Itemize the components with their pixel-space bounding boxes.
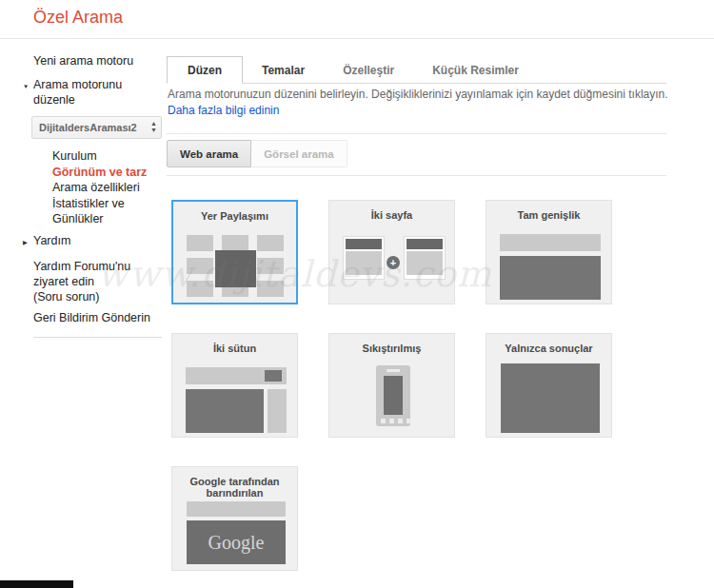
- section-divider: [167, 133, 666, 134]
- spinner-down-icon: ▼: [150, 127, 157, 133]
- sidebar-subnav: Kurulum Görünüm ve tarz Arama özellikler…: [52, 148, 166, 227]
- sidebar-item-search-features[interactable]: Arama özellikleri: [52, 180, 159, 196]
- bottom-artifact-bar: [0, 580, 73, 588]
- layout-thumbnail-compact: [329, 334, 454, 437]
- learn-more-link[interactable]: Daha fazla bilgi edinin: [168, 104, 279, 117]
- layout-thumbnail-results-only: [486, 334, 611, 437]
- page-title: Özel Arama: [33, 8, 123, 28]
- sidebar-item-label: Arama motorunu düzenle: [33, 77, 166, 108]
- sidebar-item-setup[interactable]: Kurulum: [52, 148, 159, 165]
- layout-option-results-only[interactable]: Yalnızca sonuçlar: [486, 333, 612, 438]
- tab-thumbnails[interactable]: Küçük Resimler: [413, 58, 538, 83]
- select-arrows-icon: ▲ ▼: [150, 120, 157, 133]
- layout-option-overlay[interactable]: Yer Paylaşımı: [171, 200, 298, 304]
- sidebar-item-statistics-logs[interactable]: İstatistikler ve Günlükler: [52, 196, 159, 227]
- image-search-toggle-button[interactable]: Görsel arama: [251, 140, 347, 167]
- add-icon: +: [387, 256, 400, 269]
- overlay-result-block: [215, 250, 256, 287]
- help-forum-note: (Soru sorun): [33, 289, 166, 304]
- google-logo: Google: [208, 532, 265, 554]
- web-search-toggle-button[interactable]: Web arama: [167, 140, 251, 167]
- layout-option-compact[interactable]: Sıkıştırılmış: [328, 333, 455, 438]
- engine-select[interactable]: DijitaldersAraması2 ▲ ▼: [31, 116, 162, 139]
- spinner-up-icon: ▲: [150, 120, 157, 127]
- header-divider: [0, 38, 714, 39]
- sidebar-item-help-forum[interactable]: Yardım Forumu'nu ziyaret edin (Soru soru…: [33, 259, 166, 304]
- layout-option-two-page[interactable]: İki sayfa +: [328, 200, 455, 304]
- sidebar-item-help[interactable]: ▶ Yardım: [21, 233, 166, 250]
- chevron-right-icon: ▶: [23, 235, 31, 247]
- layout-thumbnail-overlay: [173, 202, 296, 303]
- layout-option-full-width[interactable]: Tam genişlik: [486, 200, 612, 304]
- layout-thumbnail-two-page: +: [329, 201, 454, 304]
- layout-thumbnail-google-hosted: Google: [172, 467, 297, 570]
- help-forum-label: Yardım Forumu'nu ziyaret edin: [33, 259, 166, 289]
- layout-option-two-column[interactable]: İki sütun: [171, 333, 298, 438]
- layout-option-google-hosted[interactable]: Google tarafından barındırılan Google: [171, 466, 298, 571]
- engine-select-value: DijitaldersAraması2: [39, 122, 137, 133]
- sidebar-item-label: Yeni arama motoru: [33, 53, 133, 69]
- custom-search-settings-page: Özel Arama Yeni arama motoru ▼ Arama mot…: [0, 0, 714, 588]
- tab-themes[interactable]: Temalar: [243, 58, 324, 83]
- layout-thumbnail-two-column: [172, 334, 297, 437]
- layout-description: Arama motorunuzun düzenini belirleyin. D…: [168, 88, 701, 101]
- sidebar-item-label: Yardım: [33, 233, 70, 248]
- section-divider: [167, 175, 666, 176]
- layout-thumbnail-full-width: [486, 201, 611, 304]
- sidebar-item-feedback[interactable]: Geri Bildirim Gönderin: [33, 310, 166, 325]
- tab-bar: Düzen Temalar Özelleştir Küçük Resimler: [167, 57, 666, 83]
- sidebar-item-look-and-feel[interactable]: Görünüm ve tarz: [52, 165, 159, 181]
- chevron-down-icon: ▼: [23, 80, 31, 92]
- sidebar-divider: [33, 337, 162, 338]
- tab-layout[interactable]: Düzen: [167, 56, 243, 84]
- tab-customize[interactable]: Özelleştir: [324, 58, 413, 83]
- sidebar-item-edit-engine[interactable]: ▼ Arama motorunu düzenle: [21, 77, 166, 108]
- sidebar-item-new-engine[interactable]: Yeni arama motoru: [21, 53, 166, 69]
- sidebar: Yeni arama motoru ▼ Arama motorunu düzen…: [21, 53, 166, 338]
- search-type-toggle: Web arama Görsel arama: [167, 140, 347, 167]
